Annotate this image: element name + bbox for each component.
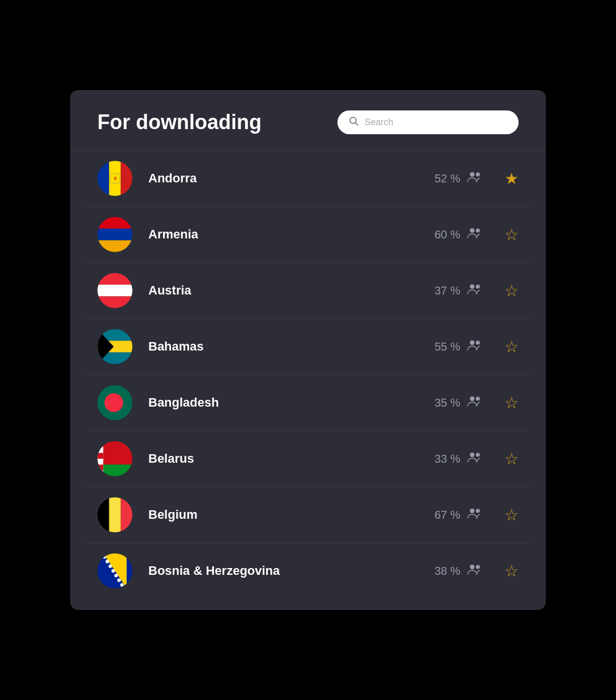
list-item: Austria 37 % ☆ [86,263,530,319]
star-button[interactable]: ☆ [504,562,519,581]
svg-rect-16 [97,296,132,308]
svg-point-46 [109,565,112,568]
svg-point-51 [470,565,474,569]
country-name: Belarus [148,451,434,466]
svg-rect-33 [97,453,103,459]
svg-point-7 [470,172,474,177]
star-button[interactable]: ☆ [504,450,519,468]
svg-point-12 [470,228,474,233]
main-container: For downloading ⚜ Andorra 52 % [70,90,546,610]
svg-line-1 [356,123,358,126]
list-item: Armenia 60 % ☆ [86,207,530,263]
svg-rect-39 [121,497,132,532]
country-flag [97,441,132,476]
svg-rect-10 [97,229,132,241]
list-item: Belarus 33 % ☆ [86,431,530,487]
svg-point-45 [105,560,109,563]
country-name: Belgium [148,507,434,522]
svg-point-18 [476,284,480,288]
svg-text:⚜: ⚜ [113,176,118,182]
svg-point-24 [476,340,480,344]
svg-point-44 [102,555,106,558]
list-item: Bahamas 55 % ☆ [86,319,530,375]
country-flag [97,497,132,532]
svg-point-27 [470,396,474,401]
svg-point-41 [476,509,480,513]
svg-point-47 [112,569,115,573]
svg-point-28 [476,396,480,400]
percent-value: 33 % [434,453,460,466]
svg-rect-37 [97,497,109,532]
svg-point-8 [476,172,480,176]
country-name: Armenia [148,227,434,242]
country-flag [97,329,132,364]
svg-rect-34 [97,464,103,470]
percent-value: 55 % [434,340,460,353]
svg-rect-4 [121,161,132,196]
people-icon [467,564,482,578]
search-box [337,110,519,134]
svg-rect-11 [97,240,132,252]
svg-point-40 [470,509,474,513]
country-name: Bosnia & Herzegovina [148,564,434,578]
star-button[interactable]: ☆ [504,506,519,524]
people-icon [467,284,482,298]
percent-value: 35 % [434,396,460,409]
svg-point-48 [114,574,118,577]
country-name: Austria [148,283,434,298]
country-flag [97,273,132,308]
svg-rect-38 [109,497,121,532]
svg-point-17 [470,284,474,289]
svg-point-26 [104,393,123,412]
svg-point-35 [470,453,474,457]
search-input[interactable] [365,117,507,127]
page-header: For downloading [70,90,546,151]
country-name: Bahamas [148,339,434,354]
star-button[interactable]: ☆ [504,394,519,412]
people-icon [467,396,482,410]
star-button[interactable]: ☆ [504,338,519,356]
people-icon [467,340,482,354]
country-list: ⚜ Andorra 52 % ★ Armenia 60 % [70,151,546,599]
percent-value: 52 % [434,172,460,185]
list-item: ⚜ Andorra 52 % ★ [86,151,530,207]
svg-rect-2 [97,161,109,196]
svg-point-36 [476,453,480,456]
country-flag [97,385,132,420]
search-icon [349,116,359,129]
svg-rect-9 [97,217,132,229]
people-icon [467,172,482,186]
country-name: Andorra [148,171,434,186]
country-flag [97,553,132,588]
svg-point-23 [470,340,474,345]
percent-value: 60 % [434,228,460,241]
svg-point-13 [476,228,480,232]
country-name: Bangladesh [148,395,434,410]
percent-value: 67 % [434,509,460,522]
page-title: For downloading [97,110,262,134]
percent-value: 37 % [434,284,460,297]
star-button[interactable]: ★ [504,169,519,188]
list-item: Bangladesh 35 % ☆ [86,375,530,431]
country-flag: ⚜ [97,161,132,196]
star-button[interactable]: ☆ [504,225,519,244]
list-item: Belgium 67 % ☆ [86,487,530,543]
svg-point-49 [117,578,121,582]
percent-value: 38 % [434,565,460,578]
country-flag [97,217,132,252]
list-item: Bosnia & Herzegovina 38 % ☆ [86,543,530,599]
svg-point-52 [476,565,480,569]
people-icon [467,228,482,242]
svg-point-50 [120,583,123,587]
star-button[interactable]: ☆ [504,281,519,300]
people-icon [467,508,482,522]
people-icon [467,452,482,466]
svg-rect-32 [97,441,103,447]
svg-rect-15 [97,285,132,297]
svg-rect-14 [97,273,132,285]
